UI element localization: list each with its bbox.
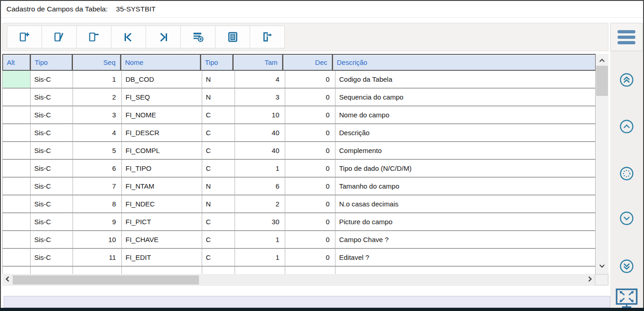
cell-tipo2[interactable]: N xyxy=(202,195,235,212)
cell-tipo[interactable]: Sis-C xyxy=(31,71,73,88)
cell-tam[interactable]: 30 xyxy=(235,213,285,230)
menu-button[interactable] xyxy=(610,23,643,51)
horizontal-scrollbar[interactable] xyxy=(2,274,595,286)
scroll-down-button[interactable] xyxy=(619,211,634,226)
cell-dec[interactable]: 0 xyxy=(285,106,335,123)
cell-tipo2[interactable]: C xyxy=(202,213,235,230)
vertical-scrollbar-thumb[interactable] xyxy=(596,66,608,96)
cell-tam[interactable]: 10 xyxy=(235,106,285,123)
cell-dec[interactable]: 0 xyxy=(285,213,335,230)
cell-seq[interactable]: 1 xyxy=(73,71,122,88)
cell-seq[interactable]: 10 xyxy=(73,231,122,248)
column-header-tam[interactable]: Tam xyxy=(233,54,283,71)
cell-descricao[interactable]: Nome do campo xyxy=(335,106,596,123)
cell-nome[interactable]: FI_DESCR xyxy=(122,124,202,141)
scrollbar-right-arrow[interactable] xyxy=(585,274,595,286)
cell-nome[interactable]: FI_NDEC xyxy=(122,195,202,212)
add-record-button[interactable] xyxy=(7,26,42,48)
column-header-tipo[interactable]: Tipo xyxy=(30,54,73,71)
cell-alt[interactable] xyxy=(2,249,31,266)
cell-tipo2[interactable]: C xyxy=(202,160,235,177)
cell-tam[interactable]: 40 xyxy=(235,142,285,159)
cell-alt[interactable] xyxy=(2,71,31,88)
cell-dec[interactable]: 0 xyxy=(285,142,335,159)
cell-alt[interactable] xyxy=(2,106,31,123)
exit-button[interactable] xyxy=(250,26,285,48)
cell-nome[interactable]: FI_EDIT xyxy=(122,249,202,266)
cell-tam[interactable]: 1 xyxy=(235,231,285,248)
cell-dec[interactable]: 0 xyxy=(285,160,335,177)
cell-descricao[interactable]: N.o casas decimais xyxy=(335,195,596,212)
cell-tipo[interactable]: Sis-C xyxy=(31,142,73,159)
cell-alt[interactable] xyxy=(2,231,31,248)
cell-alt[interactable] xyxy=(2,178,31,195)
cell-tipo[interactable]: Sis-C xyxy=(31,178,73,195)
table-row[interactable]: Sis-C 6 FI_TIPO C 1 0 Tipo de dado (N/C/… xyxy=(2,160,596,178)
column-header-tipo2[interactable]: Tipo xyxy=(200,54,233,71)
cell-nome[interactable]: FI_CHAVE xyxy=(122,231,202,248)
cell-tam[interactable]: 40 xyxy=(235,124,285,141)
cell-descricao[interactable]: Sequencia do campo xyxy=(335,89,596,105)
cell-tam[interactable]: 3 xyxy=(235,89,285,105)
column-header-descricao[interactable]: Descrição xyxy=(332,54,596,71)
cell-nome[interactable]: FI_NOME xyxy=(122,106,202,123)
scrollbar-down-arrow[interactable] xyxy=(596,260,608,271)
table-row[interactable]: Sis-C 8 FI_NDEC N 2 0 N.o casas decimais xyxy=(2,195,596,213)
cell-tipo[interactable]: Sis-C xyxy=(31,89,73,105)
cell-tam[interactable]: 1 xyxy=(235,160,285,177)
cell-dec[interactable]: 0 xyxy=(285,249,335,266)
add-list-item-button[interactable] xyxy=(180,26,215,48)
cell-seq[interactable]: 11 xyxy=(73,249,122,266)
cell-alt[interactable] xyxy=(2,213,31,230)
first-record-button[interactable] xyxy=(111,26,146,48)
cell-descricao[interactable]: Tipo de dado (N/C/D/M) xyxy=(335,160,596,177)
cell-descricao[interactable]: Complemento xyxy=(335,142,596,159)
cell-alt[interactable] xyxy=(2,89,31,105)
cell-descricao[interactable]: Codigo da Tabela xyxy=(335,71,596,88)
cell-tipo2[interactable]: C xyxy=(202,249,235,266)
cell-tipo[interactable]: Sis-C xyxy=(31,106,73,123)
table-row[interactable]: Sis-C 4 FI_DESCR C 40 0 Descrição xyxy=(2,124,596,142)
cell-tipo2[interactable]: C xyxy=(202,231,235,248)
cell-tipo2[interactable]: C xyxy=(202,124,235,141)
scrollbar-left-arrow[interactable] xyxy=(2,274,12,286)
print-button[interactable] xyxy=(215,26,250,48)
cell-tipo2[interactable]: C xyxy=(202,106,235,123)
horizontal-scrollbar-thumb[interactable] xyxy=(13,275,199,285)
cell-alt[interactable] xyxy=(2,160,31,177)
locate-button[interactable] xyxy=(619,166,634,181)
cell-descricao[interactable]: Picture do campo xyxy=(335,213,596,230)
cell-tipo[interactable]: Sis-C xyxy=(31,124,73,141)
cell-tipo[interactable]: Sis-C xyxy=(31,195,73,212)
cell-descricao[interactable]: Tamanho do campo xyxy=(335,178,596,195)
cell-dec[interactable]: 0 xyxy=(285,231,335,248)
delete-record-button[interactable] xyxy=(76,26,111,48)
cell-tam[interactable]: 1 xyxy=(235,249,285,266)
cell-tam[interactable]: 4 xyxy=(235,71,285,88)
cell-alt[interactable] xyxy=(2,195,31,212)
cell-tipo2[interactable]: N xyxy=(202,178,235,195)
table-row[interactable]: Sis-C 7 FI_NTAM N 6 0 Tamanho do campo xyxy=(2,178,596,195)
cell-dec[interactable]: 0 xyxy=(285,89,335,105)
cell-seq[interactable]: 4 xyxy=(73,124,122,141)
cell-seq[interactable]: 6 xyxy=(73,160,122,177)
table-row[interactable]: Sis-C 5 FI_COMPL C 40 0 Complemento xyxy=(2,142,596,160)
cell-dec[interactable]: 0 xyxy=(285,178,335,195)
cell-seq[interactable]: 8 xyxy=(73,195,122,212)
vertical-scrollbar[interactable] xyxy=(596,54,608,274)
cell-seq[interactable]: 5 xyxy=(73,142,122,159)
scroll-bottom-button[interactable] xyxy=(619,259,634,274)
cell-alt[interactable] xyxy=(2,142,31,159)
cell-seq[interactable]: 7 xyxy=(73,178,122,195)
cell-nome[interactable]: FI_PICT xyxy=(122,213,202,230)
column-header-nome[interactable]: Nome xyxy=(120,54,201,71)
scrollbar-up-arrow[interactable] xyxy=(596,55,608,66)
table-row[interactable]: Sis-C 1 DB_COD N 4 0 Codigo da Tabela xyxy=(2,71,596,89)
cell-tipo[interactable]: Sis-C xyxy=(31,231,73,248)
table-row[interactable]: Sis-C 3 FI_NOME C 10 0 Nome do campo xyxy=(2,106,596,124)
cell-dec[interactable]: 0 xyxy=(285,195,335,212)
cell-alt[interactable] xyxy=(2,124,31,141)
cell-dec[interactable]: 0 xyxy=(285,71,335,88)
cell-nome[interactable]: FI_TIPO xyxy=(122,160,202,177)
column-header-dec[interactable]: Dec xyxy=(283,54,333,71)
